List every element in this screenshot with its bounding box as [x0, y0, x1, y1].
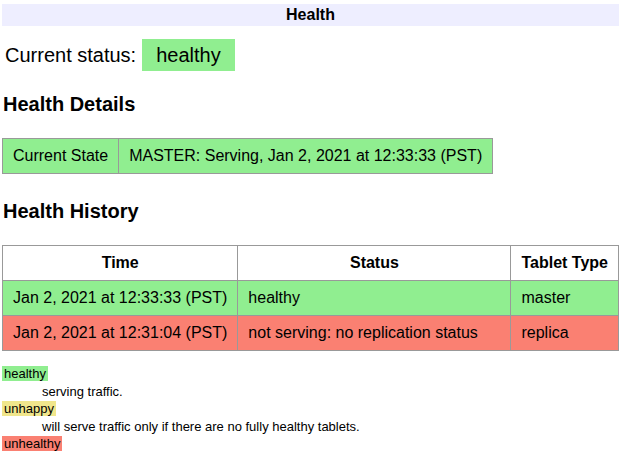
legend-description: will serve traffic only if there are no … [42, 418, 619, 436]
legend-term: healthy [2, 365, 619, 383]
history-time-cell: Jan 2, 2021 at 12:31:04 (PST) [3, 316, 238, 351]
health-history-table: Time Status Tablet Type Jan 2, 2021 at 1… [2, 245, 619, 351]
history-row: Jan 2, 2021 at 12:33:33 (PST)healthymast… [3, 281, 619, 316]
page-header: Health [2, 4, 619, 26]
current-status-label: Current status: [5, 44, 136, 66]
legend-term: unhealthy [2, 435, 619, 452]
details-row: Current StateMASTER: Serving, Jan 2, 202… [3, 139, 493, 174]
history-header-row: Time Status Tablet Type [3, 246, 619, 281]
legend-term-highlight: unhappy [2, 401, 56, 416]
current-status-line: Current status:healthy [5, 44, 619, 67]
health-history-body: Jan 2, 2021 at 12:33:33 (PST)healthymast… [3, 281, 619, 351]
legend-description: serving traffic. [42, 383, 619, 401]
details-value-cell: MASTER: Serving, Jan 2, 2021 at 12:33:33… [119, 139, 493, 174]
legend-term-highlight: unhealthy [2, 436, 62, 451]
column-header-status: Status [238, 246, 511, 281]
health-details-table: Current StateMASTER: Serving, Jan 2, 202… [2, 138, 493, 174]
health-details-heading: Health Details [3, 93, 619, 116]
column-header-time: Time [3, 246, 238, 281]
health-history-heading: Health History [3, 200, 619, 223]
history-tablet-type-cell: master [511, 281, 619, 316]
legend-term: unhappy [2, 400, 619, 418]
history-time-cell: Jan 2, 2021 at 12:33:33 (PST) [3, 281, 238, 316]
history-tablet-type-cell: replica [511, 316, 619, 351]
page-title: Health [286, 6, 335, 23]
details-label-cell: Current State [3, 139, 119, 174]
legend-term-highlight: healthy [2, 366, 48, 381]
column-header-tablet-type: Tablet Type [511, 246, 619, 281]
history-status-cell: not serving: no replication status [238, 316, 511, 351]
history-row: Jan 2, 2021 at 12:31:04 (PST)not serving… [3, 316, 619, 351]
current-status-badge: healthy [142, 39, 235, 71]
health-details-body: Current StateMASTER: Serving, Jan 2, 202… [3, 139, 493, 174]
legend: healthyserving traffic.unhappywill serve… [2, 365, 619, 452]
history-status-cell: healthy [238, 281, 511, 316]
